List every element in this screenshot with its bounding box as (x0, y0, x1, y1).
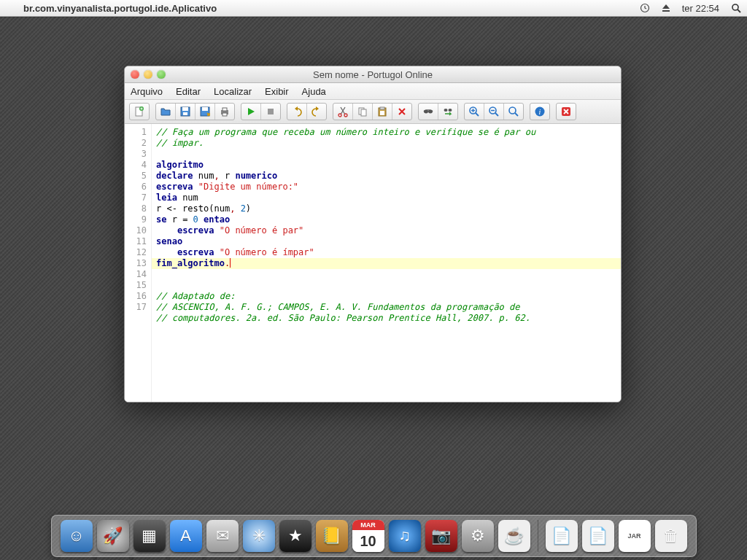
undo-button[interactable] (287, 104, 307, 120)
dock-itunes-store-icon[interactable]: ★ (279, 520, 311, 552)
dock-contacts-icon[interactable]: 📒 (316, 520, 348, 552)
code-area[interactable]: // Faça um programa que receba um número… (152, 124, 621, 402)
menu-localizar[interactable]: Localizar (214, 86, 252, 97)
window-titlebar[interactable]: Sem nome - Portugol Online (125, 66, 621, 83)
delete-button[interactable] (392, 104, 411, 120)
dock-java-icon[interactable]: ☕ (498, 520, 530, 552)
svg-line-31 (515, 113, 518, 116)
menu-arquivo[interactable]: Arquivo (131, 86, 163, 97)
save-as-button[interactable] (196, 104, 215, 120)
print-button[interactable] (215, 104, 234, 120)
dock-safari-icon[interactable]: ✳ (243, 520, 275, 552)
code-line[interactable]: // computadores. 2a. ed. São Paulo: Pear… (156, 313, 530, 323)
svg-rect-18 (361, 109, 366, 116)
code-line[interactable]: declare num, r numerico (156, 171, 277, 181)
code-line[interactable]: escreva "Digite um número:" (156, 182, 298, 192)
code-editor[interactable]: 1234567891011121314151617 // Faça um pro… (125, 124, 621, 402)
find-button[interactable] (419, 104, 438, 120)
info-button[interactable]: i (530, 104, 549, 120)
svg-rect-7 (182, 107, 188, 111)
dock-photo-booth-icon[interactable]: 📷 (425, 520, 457, 552)
close-button[interactable] (557, 104, 576, 120)
svg-point-30 (509, 107, 516, 114)
dock-itunes-icon[interactable]: ♫ (389, 520, 421, 552)
svg-rect-12 (222, 108, 227, 111)
redo-button[interactable] (307, 104, 326, 120)
code-line[interactable]: leia num (156, 192, 198, 203)
code-line[interactable]: escreva "O número é ímpar" (156, 247, 314, 257)
dock-document-2-icon[interactable]: 📄 (582, 520, 614, 552)
cut-button[interactable] (333, 104, 353, 120)
code-line[interactable]: // Adaptado de: (156, 291, 235, 301)
ide-window: Sem nome - Portugol Online Arquivo Edita… (124, 66, 622, 402)
zoom-window-button[interactable] (157, 70, 166, 79)
svg-rect-13 (222, 113, 227, 116)
code-line[interactable]: // ímpar. (156, 138, 204, 148)
svg-point-16 (344, 114, 347, 117)
minimize-window-button[interactable] (144, 70, 152, 79)
toolbar: i (125, 100, 621, 124)
spotlight-icon[interactable] (725, 3, 747, 13)
active-app-name[interactable]: br.com.vinyanalista.portugol.ide.Aplicat… (18, 3, 222, 14)
svg-point-24 (444, 109, 448, 112)
menu-ajuda[interactable]: Ajuda (302, 86, 326, 97)
app-menubar: Arquivo Editar Localizar Exibir Ajuda (125, 83, 621, 100)
svg-rect-20 (380, 107, 384, 109)
dock-finder-icon[interactable]: ☺ (61, 520, 93, 552)
dock-mail-icon[interactable]: ✉ (206, 520, 239, 552)
code-line[interactable]: // ASCENCIO, A. F. G.; CAMPOS, E. A. V. … (156, 302, 520, 312)
svg-point-25 (449, 109, 452, 112)
code-line[interactable]: senao (156, 236, 182, 246)
paste-button[interactable] (373, 104, 392, 120)
svg-point-2 (732, 4, 738, 10)
svg-rect-21 (380, 111, 384, 115)
svg-line-3 (738, 9, 740, 12)
line-number-gutter: 1234567891011121314151617 (125, 124, 152, 402)
dock-document-1-icon[interactable]: 📄 (546, 520, 578, 552)
open-file-button[interactable] (156, 104, 176, 120)
code-line[interactable]: fim_algoritmo. (152, 258, 621, 269)
svg-rect-1 (662, 10, 670, 12)
zoom-out-button[interactable] (484, 104, 504, 120)
svg-rect-10 (202, 107, 208, 111)
code-line[interactable]: se r = 0 entao (156, 214, 230, 225)
svg-rect-8 (183, 112, 187, 115)
run-button[interactable] (241, 104, 261, 120)
zoom-in-button[interactable] (465, 104, 484, 120)
dock-jar-icon[interactable]: JAR (619, 520, 651, 552)
svg-rect-14 (268, 109, 274, 114)
dock: ☺🚀▦A✉✳★📒MAR10♫📷⚙☕📄📄JAR🗑 (51, 515, 697, 557)
dock-mission-control-icon[interactable]: ▦ (133, 520, 166, 552)
svg-line-29 (495, 113, 498, 116)
menu-editar[interactable]: Editar (176, 86, 201, 97)
svg-text:i: i (539, 108, 541, 116)
system-menubar: br.com.vinyanalista.portugol.ide.Aplicat… (0, 0, 747, 17)
window-title: Sem nome - Portugol Online (125, 69, 621, 80)
copy-button[interactable] (353, 104, 373, 120)
code-line[interactable]: r <- resto(num, 2) (156, 203, 251, 214)
code-line[interactable]: algoritmo (156, 160, 204, 170)
stop-button[interactable] (261, 104, 280, 120)
close-window-button[interactable] (131, 70, 139, 79)
dock-app-store-icon[interactable]: A (170, 520, 202, 552)
code-line[interactable]: escreva "O número é par" (156, 225, 303, 236)
time-machine-icon[interactable] (634, 3, 656, 13)
dock-trash-icon[interactable]: 🗑 (655, 520, 687, 552)
dock-preferences-icon[interactable]: ⚙ (462, 520, 494, 552)
clock[interactable]: ter 22:54 (676, 3, 725, 14)
svg-point-15 (338, 114, 341, 117)
menu-exibir[interactable]: Exibir (265, 86, 289, 97)
svg-line-27 (476, 113, 479, 116)
code-line[interactable]: // Faça um programa que receba um número… (156, 127, 535, 137)
dock-launchpad-icon[interactable]: 🚀 (97, 520, 129, 552)
eject-icon[interactable] (656, 4, 676, 12)
zoom-reset-button[interactable] (504, 104, 523, 120)
save-button[interactable] (176, 104, 196, 120)
find-replace-button[interactable] (438, 104, 457, 120)
dock-separator (538, 520, 538, 552)
dock-calendar-icon[interactable]: MAR10 (352, 520, 384, 552)
new-file-button[interactable] (130, 104, 149, 120)
